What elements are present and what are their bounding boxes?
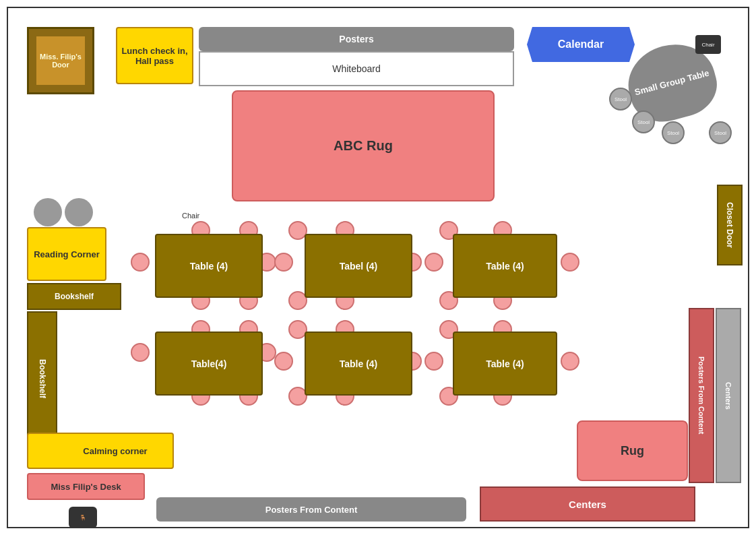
- miss-filips-desk: Miss Filip's Desk: [27, 473, 145, 500]
- abc-rug: ABC Rug: [232, 90, 495, 201]
- stool-2: Stool: [632, 111, 655, 133]
- posters-right-label: Posters From Content: [697, 356, 705, 435]
- table-2-label: Tabel (4): [340, 261, 378, 272]
- calendar: Calendar: [527, 27, 635, 62]
- bookshelf-h-label: Bookshelf: [55, 292, 94, 301]
- abc-rug-label: ABC Rug: [334, 138, 393, 154]
- chair-label-text: Chair: [182, 212, 199, 220]
- classroom-layout: Miss. Filip's Door Lunch check in, Hall …: [7, 7, 749, 528]
- chair-small-label: Chair: [701, 42, 714, 48]
- chair-small: Chair: [695, 35, 721, 54]
- calming-corner: Calming corner: [27, 433, 174, 469]
- centers-bottom-label: Centers: [569, 499, 606, 510]
- reading-corner: Reading Corner: [27, 227, 106, 281]
- table-6-label: Table (4): [486, 358, 524, 369]
- desk-chair: 🪑: [69, 507, 97, 528]
- bookshelf-v-label: Bookshelf: [38, 359, 47, 398]
- table-2: Tabel (4): [305, 234, 412, 298]
- chair-c16: [561, 253, 579, 272]
- posters-bottom-label: Posters From Content: [265, 505, 358, 515]
- centers-right: Centers: [716, 308, 741, 483]
- door-label: Miss. Filip's Door: [36, 53, 84, 69]
- bookshelf-horizontal: Bookshelf: [27, 283, 121, 310]
- classroom-door: Miss. Filip's Door: [27, 27, 94, 94]
- closet-door-label: Closet Door: [725, 202, 734, 248]
- rug-bottom-right: Rug: [577, 420, 688, 481]
- rug-br-label: Rug: [621, 444, 644, 458]
- chair-c34: [561, 352, 579, 371]
- posters-from-content-right: Posters From Content: [689, 308, 714, 483]
- closet-door: Closet Door: [717, 185, 743, 265]
- table-1: Table (4): [155, 234, 263, 298]
- centers-right-label: Centers: [724, 382, 732, 410]
- stool-4: Stool: [709, 121, 732, 144]
- stool-3: Stool: [662, 121, 685, 144]
- bookshelf-vertical: Bookshelf: [27, 311, 57, 446]
- desk-label: Miss Filip's Desk: [51, 482, 121, 492]
- chair-c15: [424, 253, 443, 272]
- lunch-check-label: Lunch check in, Hall pass: [117, 46, 192, 66]
- chair-c19: [131, 343, 150, 362]
- posters-from-content-bottom: Posters From Content: [156, 497, 466, 522]
- table-4: Table(4): [155, 332, 263, 396]
- whiteboard-label: Whiteboard: [332, 63, 381, 74]
- stool-1: Stool: [609, 88, 632, 111]
- chair-c33: [424, 352, 443, 371]
- table-6: Table (4): [453, 332, 557, 396]
- table-1-label: Table (4): [190, 261, 228, 272]
- table-3: Table (4): [453, 234, 557, 298]
- chair-c1: [131, 253, 150, 272]
- pillow-1: [34, 198, 62, 226]
- calming-corner-label: Calming corner: [83, 446, 147, 456]
- centers-bottom: Centers: [480, 486, 695, 522]
- table-4-label: Table(4): [191, 358, 227, 369]
- table-5-label: Table (4): [340, 358, 378, 369]
- calendar-label: Calendar: [558, 38, 604, 51]
- posters-top-label: Posters: [339, 34, 373, 44]
- chair-c27: [274, 352, 293, 371]
- whiteboard: Whiteboard: [199, 51, 514, 86]
- chair-c9: [274, 253, 293, 272]
- reading-corner-label: Reading Corner: [34, 249, 100, 259]
- table-5: Table (4): [305, 332, 412, 396]
- pillow-2: [65, 198, 93, 226]
- table-3-label: Table (4): [486, 261, 524, 272]
- posters-top-bar: Posters: [199, 27, 514, 51]
- lunch-check-box: Lunch check in, Hall pass: [116, 27, 193, 84]
- small-group-label: Small Group Table: [633, 67, 710, 97]
